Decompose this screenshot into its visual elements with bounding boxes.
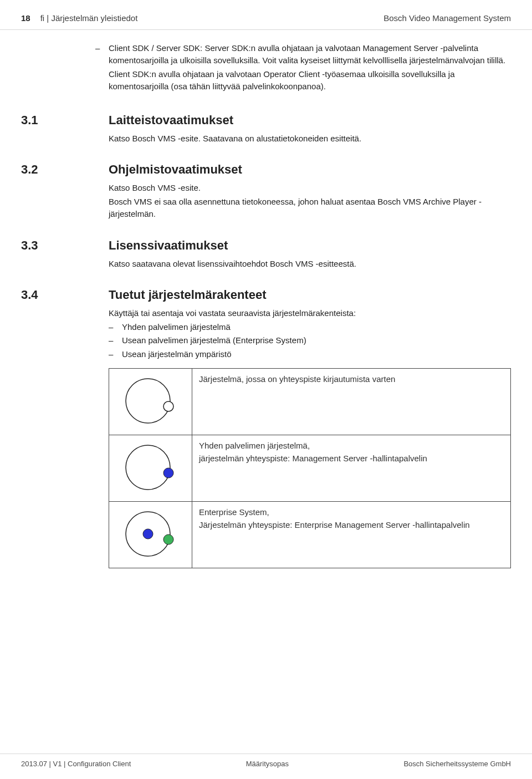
section-title-3-1: Laitteistovaatimukset	[109, 111, 233, 129]
desc-cell-1: Järjestelmä, jossa on yhteyspiste kirjau…	[192, 369, 511, 435]
intro-followup: Client SDK:n avulla ohjataan ja valvotaa…	[109, 68, 511, 93]
row1-text: Järjestelmä, jossa on yhteyspiste kirjau…	[199, 374, 395, 384]
list-item: Usean palvelimen järjestelmä (Enterprise…	[109, 334, 511, 347]
row2-text-a: Yhden palvelimen järjestelmä,	[199, 441, 310, 450]
figure-cell-2	[109, 435, 192, 502]
page-footer: 2013.07 | V1 | Configuration Client Määr…	[0, 753, 532, 780]
section-3-2: 3.2 Ohjelmistovaatimukset	[21, 160, 511, 179]
section-body-3-1: Katso Bosch VMS -esite. Saatavana on alu…	[109, 133, 511, 145]
section-3-3: 3.3 Lisenssivaatimukset	[21, 236, 511, 254]
figure-cell-3	[109, 502, 192, 568]
intro-bullet: Client SDK / Server SDK: Server SDK:n av…	[109, 42, 511, 67]
section-title-3-4: Tuetut järjestelmärakenteet	[109, 286, 266, 304]
section-3-4-intro: Käyttäjä tai asentaja voi vastata seuraa…	[109, 307, 511, 320]
table-row: Yhden palvelimen järjestelmä, järjestelm…	[109, 435, 511, 502]
row3-text-a: Enterprise System,	[199, 507, 269, 517]
row3-text-b: Järjestelmän yhteyspiste: Enterprise Man…	[199, 520, 470, 529]
header-right-title: Bosch Video Management System	[383, 12, 511, 25]
section-num-3-4: 3.4	[21, 286, 109, 304]
svg-point-6	[163, 534, 173, 544]
svg-point-1	[163, 401, 173, 411]
header-left-title: fi | Järjestelmän yleistiedot	[40, 12, 138, 25]
list-item: Usean järjestelmän ympäristö	[109, 348, 511, 361]
section-3-2-text2: Bosch VMS ei saa olla asennettuna tietok…	[109, 196, 511, 221]
svg-point-5	[143, 529, 153, 539]
section-title-3-2: Ohjelmistovaatimukset	[109, 160, 242, 179]
page-number: 18	[21, 12, 30, 25]
system-access-point-icon	[120, 373, 181, 429]
footer-right: Bosch Sicherheitssysteme GmbH	[403, 758, 511, 770]
section-num-3-3: 3.3	[21, 236, 109, 254]
section-3-4-list: Yhden palvelimen järjestelmä Usean palve…	[109, 321, 511, 361]
section-body-3-3: Katso saatavana olevat lisenssivaihtoehd…	[109, 258, 511, 271]
footer-left: 2013.07 | V1 | Configuration Client	[21, 758, 131, 770]
desc-cell-3: Enterprise System, Järjestelmän yhteyspi…	[192, 502, 511, 568]
list-item: Yhden palvelimen järjestelmä	[109, 321, 511, 334]
footer-center: Määritysopas	[246, 758, 289, 770]
enterprise-system-icon	[120, 506, 181, 562]
svg-point-3	[163, 468, 173, 478]
section-3-1-text: Katso Bosch VMS -esite. Saatavana on alu…	[109, 133, 511, 145]
section-3-1: 3.1 Laitteistovaatimukset	[21, 111, 511, 129]
architecture-table: Järjestelmä, jossa on yhteyspiste kirjau…	[109, 368, 511, 568]
section-body-3-2: Katso Bosch VMS -esite. Bosch VMS ei saa…	[109, 182, 511, 221]
header-left: 18 fi | Järjestelmän yleistiedot	[21, 12, 137, 25]
section-3-4: 3.4 Tuetut järjestelmärakenteet	[21, 286, 511, 304]
desc-cell-2: Yhden palvelimen järjestelmä, järjestelm…	[192, 435, 511, 502]
svg-point-0	[126, 379, 170, 423]
intro-block: Client SDK / Server SDK: Server SDK:n av…	[109, 42, 511, 93]
figure-cell-1	[109, 369, 192, 435]
table-row: Enterprise System, Järjestelmän yhteyspi…	[109, 502, 511, 568]
section-3-2-text1: Katso Bosch VMS -esite.	[109, 182, 511, 195]
section-num-3-1: 3.1	[21, 111, 109, 129]
section-num-3-2: 3.2	[21, 160, 109, 179]
table-row: Järjestelmä, jossa on yhteyspiste kirjau…	[109, 369, 511, 435]
svg-point-2	[126, 445, 170, 490]
section-title-3-3: Lisenssivaatimukset	[109, 236, 228, 254]
page-header: 18 fi | Järjestelmän yleistiedot Bosch V…	[0, 0, 532, 30]
section-3-3-text: Katso saatavana olevat lisenssivaihtoehd…	[109, 258, 511, 271]
single-server-icon	[120, 440, 181, 495]
page-content: Client SDK / Server SDK: Server SDK:n av…	[0, 30, 532, 569]
row2-text-b: järjestelmän yhteyspiste: Management Ser…	[199, 454, 427, 463]
section-body-3-4: Käyttäjä tai asentaja voi vastata seuraa…	[109, 307, 511, 360]
